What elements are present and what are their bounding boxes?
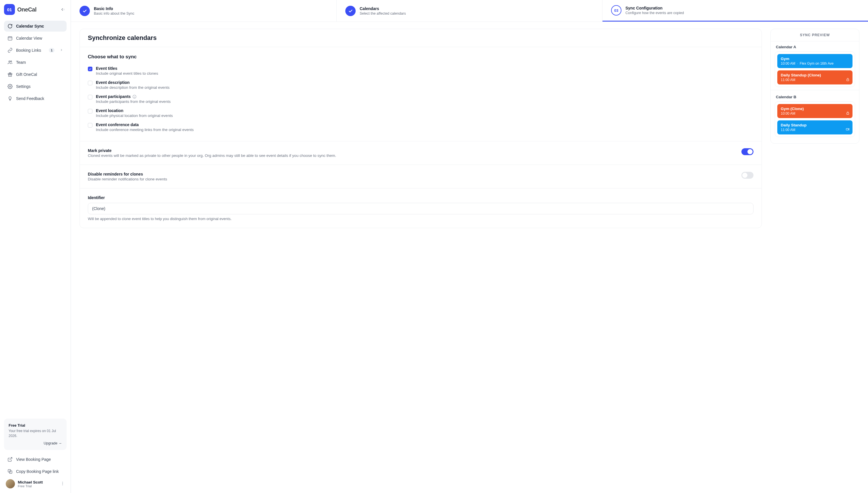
option-sub: Include participants from the original e… [96, 100, 170, 104]
option-event-description[interactable]: Event description Include description fr… [88, 78, 753, 92]
step-sub: Basic info about the Sync [94, 12, 134, 16]
sidebar-item-label: Calendar Sync [16, 24, 44, 28]
option-label: Event conference data [96, 122, 194, 127]
lock-icon [846, 78, 850, 82]
trial-text: Your free trial expires on 01 Jul 2026. [8, 429, 62, 438]
sidebar-item-label: Calendar View [16, 36, 42, 41]
option-label: Event participants [96, 94, 170, 99]
event-title: Gym (Clone) [781, 107, 849, 111]
sync-settings-panel: Synchronize calendars Choose what to syn… [79, 29, 762, 228]
logo-text: OneCal [17, 6, 37, 13]
check-icon [345, 6, 356, 16]
user-row: Michael Scott Free Trial [4, 477, 67, 489]
sidebar-item-label: Copy Booking Page link [16, 469, 59, 474]
avatar[interactable] [6, 479, 15, 488]
lightbulb-icon [7, 96, 13, 101]
event-time: 11:00 AM [781, 78, 795, 82]
checkbox[interactable] [88, 95, 92, 100]
mark-private-sub: Cloned events will be marked as private … [88, 153, 736, 158]
gear-icon [7, 84, 13, 89]
svg-point-9 [62, 483, 63, 484]
checkbox[interactable] [88, 67, 92, 71]
check-icon [79, 6, 90, 16]
mark-private-toggle[interactable] [741, 148, 753, 155]
sidebar-item-label: Booking Links [16, 48, 41, 52]
sidebar-item-view-booking-page[interactable]: View Booking Page [4, 454, 67, 465]
event-time: 10:00 AM [781, 62, 795, 65]
sidebar-item-feedback[interactable]: Send Feedback [4, 93, 67, 104]
disable-reminders-toggle[interactable] [741, 172, 753, 179]
option-event-participants[interactable]: Event participants Include participants … [88, 92, 753, 106]
more-vertical-icon [60, 481, 65, 486]
upgrade-link[interactable]: Upgrade → [8, 441, 62, 445]
sidebar-item-label: View Booking Page [16, 457, 51, 462]
option-sub: Include physical location from original … [96, 113, 173, 118]
option-event-location[interactable]: Event location Include physical location… [88, 106, 753, 120]
sync-preview-panel: SYNC PREVIEW Calendar A Gym 10:00 AM · F… [770, 29, 860, 144]
sidebar-item-calendar-sync[interactable]: Calendar Sync [4, 21, 67, 31]
user-menu-button[interactable] [60, 481, 65, 487]
section-mark-private: Mark private Cloned events will be marke… [80, 141, 761, 165]
step-sub: Configure how the events are copied [625, 11, 684, 15]
disable-reminders-sub: Disable reminder notifications for clone… [88, 177, 736, 181]
identifier-label: Identifier [88, 195, 753, 200]
link-icon [7, 48, 13, 53]
copy-icon [7, 469, 13, 474]
option-label: Event description [96, 80, 169, 85]
preview-event: Daily Standup (Clone) 11:00 AM [777, 70, 852, 84]
identifier-help: Will be appended to clone event titles t… [88, 217, 753, 221]
event-title: Daily Standup [781, 123, 849, 127]
option-sub: Include original event titles to clones [96, 71, 158, 76]
calendar-b-box: Gym (Clone) 10:00 AM Daily Standup 11:00… [775, 102, 855, 137]
video-icon [846, 127, 850, 132]
option-event-titles[interactable]: Event titles Include original event titl… [88, 64, 753, 78]
checkbox[interactable] [88, 81, 92, 85]
chevron-left-icon [63, 7, 65, 12]
team-icon [7, 60, 13, 65]
option-event-conference[interactable]: Event conference data Include conference… [88, 120, 753, 134]
event-title: Gym [781, 57, 849, 61]
preview-heading: SYNC PREVIEW [771, 29, 859, 41]
event-time: 11:00 AM [781, 128, 795, 132]
trial-card: Free Trial Your free trial expires on 01… [4, 419, 67, 450]
step-sync-configuration[interactable]: 03 Sync Configuration Configure how the … [602, 0, 868, 22]
section-title: Choose what to sync [88, 54, 753, 60]
checkbox[interactable] [88, 109, 92, 113]
calendar-b-label: Calendar B [771, 91, 859, 102]
step-title: Basic Info [94, 6, 134, 11]
brand[interactable]: 01 OneCal [4, 4, 37, 15]
sidebar-item-gift[interactable]: Gift OneCal [4, 69, 67, 80]
sidebar-item-label: Team [16, 60, 26, 65]
checkbox[interactable] [88, 123, 92, 128]
sidebar-item-copy-booking-link[interactable]: Copy Booking Page link [4, 466, 67, 477]
step-basic-info[interactable]: Basic Info Basic info about the Sync [71, 0, 337, 22]
panel-title: Synchronize calendars [80, 29, 761, 47]
svg-rect-12 [847, 79, 849, 81]
sidebar-item-calendar-view[interactable]: Calendar View [4, 33, 67, 44]
option-sub: Include description from the original ev… [96, 85, 169, 90]
info-icon[interactable] [132, 94, 137, 99]
sidebar-item-settings[interactable]: Settings [4, 81, 67, 92]
main: Basic Info Basic info about the Sync Cal… [71, 0, 868, 493]
sidebar-item-booking-links[interactable]: Booking Links 1 [4, 45, 67, 56]
stepper: Basic Info Basic info about the Sync Cal… [71, 0, 868, 22]
step-number: 03 [611, 5, 621, 16]
step-sub: Select the affected calendars [360, 12, 406, 16]
preview-event: Daily Standup 11:00 AM [777, 121, 852, 134]
option-sub: Include conference meeting links from th… [96, 128, 194, 132]
sidebar-nav: Calendar Sync Calendar View Booking Link… [4, 21, 67, 104]
sidebar-item-label: Settings [16, 84, 31, 89]
sync-icon [7, 24, 13, 29]
calendar-a-box: Gym 10:00 AM · Flex Gym on 16th Ave Dail… [775, 51, 855, 87]
identifier-input[interactable] [88, 203, 753, 214]
step-title: Sync Configuration [625, 6, 684, 10]
step-calendars[interactable]: Calendars Select the affected calendars [337, 0, 602, 22]
external-link-icon [7, 457, 13, 462]
chevron-right-icon [60, 48, 63, 52]
collapse-sidebar-button[interactable] [59, 5, 67, 14]
gift-icon [7, 72, 13, 77]
option-label: Event titles [96, 66, 158, 71]
booking-links-badge: 1 [49, 48, 54, 52]
sidebar-item-team[interactable]: Team [4, 57, 67, 68]
disable-reminders-title: Disable reminders for clones [88, 172, 736, 176]
